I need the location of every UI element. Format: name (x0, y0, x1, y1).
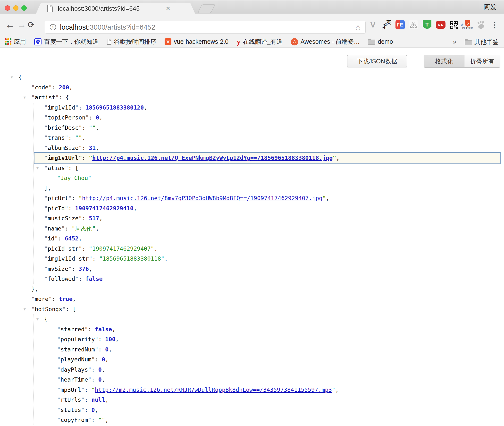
html5-player-extension-icon[interactable]: 5 PLAYER (463, 18, 472, 31)
json-value: 31 (89, 145, 96, 151)
bookmark-star-icon[interactable]: ☆ (354, 21, 361, 34)
bookmarks-bar: 应用 百度一下，你就知道 谷歌按时间排序 V vue-hackernews-2.… (0, 36, 504, 48)
vue-icon: V (165, 38, 171, 45)
sitemap-extension-icon[interactable] (409, 18, 418, 31)
json-value: true (59, 296, 73, 302)
paw-extension-icon[interactable] (476, 18, 486, 31)
json-value: null (92, 396, 105, 403)
json-line: "hearTime": 0, (0, 375, 504, 385)
browser-menu-icon[interactable]: ⋮ (490, 18, 500, 31)
json-punctuation: " (54, 235, 58, 242)
collapse-all-button[interactable]: 折叠所有 (464, 55, 500, 67)
json-punctuation: " (79, 145, 82, 151)
bookmark-item-youdao[interactable]: y 在线翻译_有道 (237, 38, 283, 46)
bookmark-item-apps[interactable]: 应用 (5, 38, 26, 46)
json-punctuation: , (154, 245, 158, 252)
json-punctuation: " (84, 326, 88, 333)
json-line: "followed": false (0, 274, 504, 284)
json-punctuation: : (59, 94, 66, 101)
collapse-triangle[interactable]: ▼ (36, 314, 39, 324)
bookmark-item-awesomes[interactable]: A Awesomes - 前端资… (291, 38, 360, 46)
tampermonkey-extension-icon[interactable]: T (422, 18, 432, 31)
json-value: false (85, 275, 103, 282)
json-value: 0 (102, 356, 105, 363)
zoom-window-button[interactable] (21, 5, 27, 11)
json-punctuation: " (92, 386, 95, 393)
json-punctuation: " (49, 296, 52, 302)
json-line: "img1v1Id_str": "18569651883380118", (0, 254, 504, 264)
json-punctuation: " (88, 376, 91, 383)
json-punctuation: " (75, 104, 78, 111)
fehelper-extension-icon[interactable]: FE (395, 18, 405, 31)
json-punctuation: " (44, 225, 48, 232)
json-punctuation: " (65, 134, 68, 141)
navigation-toolbar: ← → ⟳ i localhost:3000/artists?id=6452 ☆… (0, 14, 504, 36)
bookmark-item-vue-hackernews[interactable]: V vue-hackernews-2.0 (165, 38, 228, 45)
json-punctuation: : (52, 296, 59, 302)
url-bar[interactable]: i localhost:3000/artists?id=6452 ☆ (45, 21, 366, 34)
translate-extension-icon[interactable]: 英 ⇄ en (382, 18, 391, 31)
fast-forward-extension-icon[interactable]: ►► (436, 18, 445, 31)
json-link[interactable]: http://p4.music.126.net/8mv7qP30Pd3oHW8b… (82, 195, 322, 202)
traffic-lights (5, 5, 27, 11)
reload-button[interactable]: ⟳ (28, 14, 35, 36)
vue-devtools-extension-icon[interactable]: V (368, 18, 378, 31)
tab-close-icon[interactable]: × (166, 5, 170, 12)
json-open-bracket: { (44, 316, 48, 323)
json-punctuation: " (57, 326, 60, 333)
profile-name[interactable]: 阿发 (484, 0, 497, 14)
back-button[interactable]: ← (5, 14, 15, 36)
collapse-triangle[interactable]: ▼ (36, 163, 39, 173)
download-json-button[interactable]: 下载JSON数据 (347, 55, 407, 67)
json-key: musicSize (48, 215, 78, 222)
json-key: picUrl (48, 195, 68, 202)
json-punctuation: " (85, 114, 89, 121)
browser-tab[interactable]: localhost:3000/artists?id=645 × (36, 3, 195, 14)
json-punctuation: " (44, 275, 48, 282)
json-punctuation: " (79, 215, 82, 222)
json-link[interactable]: http://p4.music.126.net/Q_ExePNkmgB2yWyL… (92, 154, 333, 161)
json-link[interactable]: http://m2.music.126.net/RMJR7wDullRqppBk… (95, 386, 332, 393)
json-punctuation: : (98, 336, 105, 343)
minimize-window-button[interactable] (13, 5, 18, 11)
json-punctuation: : (82, 154, 89, 161)
json-line: ], (0, 183, 504, 194)
json-punctuation: , (109, 346, 112, 353)
json-punctuation: : (72, 195, 78, 202)
json-punctuation: : (95, 356, 102, 363)
bookmark-item-baidu[interactable]: 百度一下，你就知道 (34, 38, 99, 46)
json-key: popularity (60, 336, 95, 343)
json-punctuation: " (57, 386, 60, 393)
bookmark-item-google-sort[interactable]: 谷歌按时间排序 (107, 38, 156, 46)
page-icon (47, 5, 53, 12)
json-value: 0 (92, 407, 95, 413)
json-key: hearTime (60, 376, 88, 383)
json-punctuation: " (89, 255, 92, 262)
site-info-icon[interactable]: i (50, 24, 56, 30)
format-button[interactable]: 格式化 (424, 55, 464, 67)
qrcode-extension-icon[interactable] (449, 18, 459, 31)
collapse-triangle[interactable]: ▼ (24, 304, 26, 315)
json-line: "status": 0, (0, 405, 504, 415)
json-line: "briefDesc": "", (0, 123, 504, 133)
close-window-button[interactable] (5, 5, 10, 11)
bookmark-other-folder[interactable]: 其他书签 (465, 38, 499, 46)
json-punctuation: , (105, 417, 109, 423)
json-key: playedNum (60, 356, 91, 363)
json-open-bracket: [ (75, 165, 78, 171)
json-punctuation: " (44, 205, 48, 212)
json-punctuation: , (99, 114, 102, 121)
new-tab-button[interactable] (197, 4, 215, 13)
bookmarks-overflow-chevron[interactable]: » (453, 38, 456, 46)
json-punctuation: " (81, 386, 84, 393)
json-value: 0 (98, 366, 102, 373)
json-punctuation: , (112, 326, 115, 333)
json-line: "more": true, (0, 294, 504, 304)
json-value: 0 (98, 376, 102, 383)
json-punctuation: , (102, 376, 105, 383)
collapse-triangle[interactable]: ▼ (11, 72, 13, 83)
url-text[interactable]: localhost:3000/artists?id=6452 (60, 23, 155, 31)
collapse-triangle[interactable]: ▼ (24, 93, 26, 103)
json-key: hotSongs (35, 306, 62, 313)
bookmark-item-demo[interactable]: demo (368, 38, 393, 45)
